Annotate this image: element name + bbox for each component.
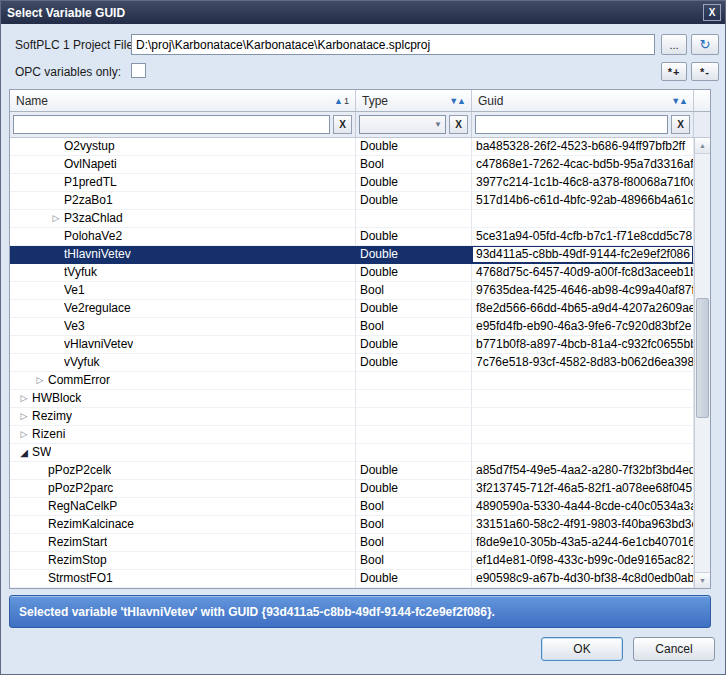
tree-collapsed-icon[interactable]: ▷	[16, 426, 32, 443]
variable-name: P2zaBo1	[64, 192, 113, 209]
name-filter-input[interactable]	[13, 115, 330, 134]
table-row[interactable]: RegNaCelkPBool4890590a-5330-4a44-8cde-c4…	[10, 498, 694, 516]
variable-type: Double	[356, 228, 472, 246]
variable-grid-body: O2vystupDoubleba485328-26f2-4523-b686-94…	[10, 138, 694, 588]
table-row[interactable]: ◢SW	[10, 444, 694, 462]
variable-name: OvlNapeti	[64, 156, 117, 173]
table-row[interactable]: P1predTLDouble3977c214-1c1b-46c8-a378-f8…	[10, 174, 694, 192]
table-row[interactable]: Ve2regulaceDoublef8e2d566-66dd-4b65-a9d4…	[10, 300, 694, 318]
table-row[interactable]: PolohaVe2Double5ce31a94-05fd-4cfb-b7c1-f…	[10, 228, 694, 246]
clear-guid-filter-button[interactable]: X	[671, 115, 690, 134]
variable-grid: Name ▲ 1 Type ▼▲ Guid ▼▲	[9, 89, 711, 589]
expand-all-button[interactable]: *+	[661, 62, 687, 81]
scroll-up-button[interactable]: ▲	[695, 138, 710, 154]
table-row[interactable]: tVyfukDouble4768d75c-6457-40d9-a00f-fc8d…	[10, 264, 694, 282]
guid-filter-cell: X	[472, 112, 694, 137]
project-file-label: SoftPLC 1 Project File:	[15, 38, 136, 52]
table-row[interactable]: Ve3Boole95fd4fb-eb90-46a3-9fe6-7c920d83b…	[10, 318, 694, 336]
clear-name-filter-button[interactable]: X	[333, 115, 352, 134]
variable-guid: ba485328-26f2-4523-b686-94ff97bfb2ff	[472, 138, 694, 156]
variable-type: Double	[356, 570, 472, 588]
variable-guid: 33151a60-58c2-4f91-9803-f40ba963bd3e	[472, 516, 694, 534]
table-row[interactable]: StrmostFO1Doublee90598c9-a67b-4d30-bf38-…	[10, 570, 694, 588]
variable-guid: 4768d75c-6457-40d9-a00f-fc8d3aceeb1b	[472, 264, 694, 282]
variable-name: PolohaVe2	[64, 228, 122, 245]
project-file-row: SoftPLC 1 Project File: ... ↻	[9, 34, 719, 56]
variable-name: vHlavniVetev	[64, 336, 133, 353]
dropdown-arrow-icon: ▼	[434, 120, 442, 129]
column-header-name[interactable]: Name ▲ 1	[10, 90, 356, 111]
table-row[interactable]: vHlavniVetevDoubleb771b0f8-a897-4bcb-81a…	[10, 336, 694, 354]
variable-type: Bool	[356, 156, 472, 174]
opc-only-label: OPC variables only:	[15, 65, 121, 79]
table-row[interactable]: RezimStartBoolf8de9e10-305b-43a5-a244-6e…	[10, 534, 694, 552]
variable-guid: 93d411a5-c8bb-49df-9144-fc2e9ef2f086	[472, 246, 694, 264]
opc-only-checkbox[interactable]	[131, 63, 146, 78]
table-row[interactable]: pPozP2parcDouble3f213745-712f-46a5-82f1-…	[10, 480, 694, 498]
status-bar: Selected variable 'tHlavniVetev' with GU…	[9, 595, 711, 628]
clear-type-filter-button[interactable]: X	[449, 115, 468, 134]
name-filter-cell: X	[10, 112, 356, 137]
variable-name: HWBlock	[32, 390, 81, 407]
variable-name: Ve3	[64, 318, 85, 335]
variable-name: P1predTL	[64, 174, 117, 191]
sort-ascending-icon: ▲	[334, 96, 342, 106]
table-row[interactable]: ▷Rezimy	[10, 408, 694, 426]
variable-type	[356, 408, 472, 426]
table-row[interactable]: RezimKalcinaceBool33151a60-58c2-4f91-980…	[10, 516, 694, 534]
grid-scrollbar[interactable]: ▲ ▼	[694, 138, 710, 588]
variable-type: Double	[356, 300, 472, 318]
table-row[interactable]: P2zaBo1Double517d14b6-c61d-4bfc-92ab-489…	[10, 192, 694, 210]
table-row[interactable]: ▷HWBlock	[10, 390, 694, 408]
tree-collapsed-icon[interactable]: ▷	[16, 408, 32, 425]
sort-both-icon: ▼▲	[671, 96, 687, 106]
table-row[interactable]: OvlNapetiBoolc47868e1-7262-4cac-bd5b-95a…	[10, 156, 694, 174]
scrollbar-thumb[interactable]	[696, 298, 709, 418]
variable-name: P3zaChlad	[64, 210, 123, 227]
table-row[interactable]: ▷Rizeni	[10, 426, 694, 444]
ok-button[interactable]: OK	[541, 637, 623, 661]
variable-guid: 97635dea-f425-4646-ab98-4c99a40af87f	[472, 282, 694, 300]
refresh-button[interactable]: ↻	[691, 34, 719, 55]
table-row[interactable]: Ve1Bool97635dea-f425-4646-ab98-4c99a40af…	[10, 282, 694, 300]
table-row[interactable]: O2vystupDoubleba485328-26f2-4523-b686-94…	[10, 138, 694, 156]
variable-type: Double	[356, 246, 472, 264]
table-row[interactable]: tHlavniVetevDouble93d411a5-c8bb-49df-914…	[10, 246, 694, 264]
sort-indicator: ▼▲	[449, 96, 465, 106]
scroll-down-button[interactable]: ▼	[695, 572, 710, 588]
variable-guid	[472, 390, 694, 408]
type-filter-select[interactable]: ▼	[359, 115, 446, 134]
table-row[interactable]: ▷CommError	[10, 372, 694, 390]
tree-collapsed-icon[interactable]: ▷	[32, 372, 48, 389]
variable-type: Bool	[356, 552, 472, 570]
column-header-type[interactable]: Type ▼▲	[356, 90, 472, 111]
table-row[interactable]: ▷P3zaChlad	[10, 210, 694, 228]
cancel-button[interactable]: Cancel	[633, 637, 715, 661]
sort-indicator: ▼▲	[671, 96, 687, 106]
variable-type	[356, 210, 472, 228]
variable-type	[356, 444, 472, 462]
variable-guid: e90598c9-a67b-4d30-bf38-4c8d0edb0abf	[472, 570, 694, 588]
table-row[interactable]: pPozP2celkDoublea85d7f54-49e5-4aa2-a280-…	[10, 462, 694, 480]
variable-name: tVyfuk	[64, 264, 97, 281]
variable-guid: b771b0f8-a897-4bcb-81a4-c932fc0655bb	[472, 336, 694, 354]
variable-type: Double	[356, 192, 472, 210]
tree-collapsed-icon[interactable]: ▷	[48, 210, 64, 227]
variable-type: Bool	[356, 498, 472, 516]
column-header-guid[interactable]: Guid ▼▲	[472, 90, 694, 111]
table-row[interactable]: RezimStopBoolef1d4e81-0f98-433c-b99c-0de…	[10, 552, 694, 570]
variable-type: Bool	[356, 282, 472, 300]
variable-type	[356, 426, 472, 444]
project-file-input[interactable]	[131, 34, 655, 55]
variable-type: Double	[356, 138, 472, 156]
tree-expanded-icon[interactable]: ◢	[16, 444, 32, 461]
status-message: Selected variable 'tHlavniVetev' with GU…	[19, 605, 495, 619]
filter-scroll-spacer	[694, 112, 710, 137]
guid-filter-input[interactable]	[475, 115, 668, 134]
grid-body-wrap: O2vystupDoubleba485328-26f2-4523-b686-94…	[10, 138, 710, 588]
browse-button[interactable]: ...	[661, 34, 687, 55]
collapse-all-button[interactable]: *-	[691, 62, 719, 81]
tree-collapsed-icon[interactable]: ▷	[16, 390, 32, 407]
close-button[interactable]: X	[703, 4, 721, 21]
table-row[interactable]: vVyfukDouble7c76e518-93cf-4582-8d83-b062…	[10, 354, 694, 372]
